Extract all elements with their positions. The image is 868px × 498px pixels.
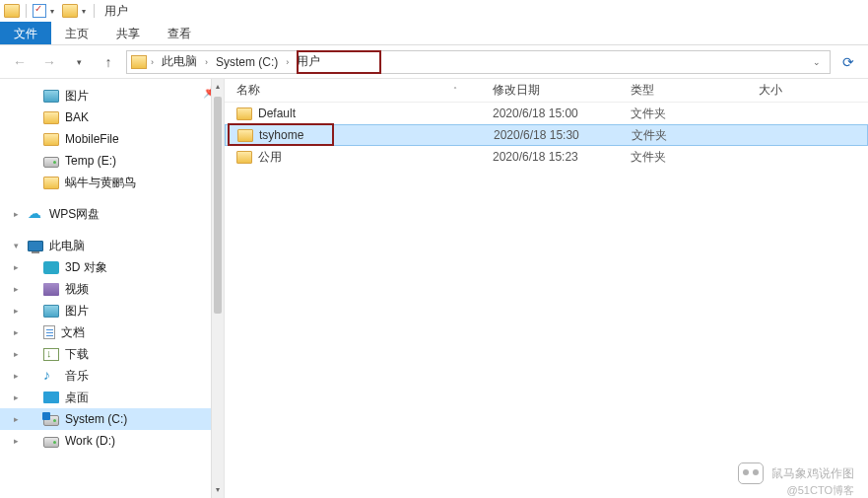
window-title: 用户 — [104, 3, 128, 20]
navigation-pane: 📌 图片 BAK MobileFile Temp (E:) 蜗牛与黄鹂鸟 ▸ ☁… — [0, 79, 225, 498]
sidebar-item-wps[interactable]: ▸ ☁ WPS网盘 — [0, 203, 224, 225]
file-name: Default — [258, 107, 296, 120]
sidebar-item-label: 图片 — [65, 88, 89, 105]
chevron-right-icon[interactable]: › — [203, 57, 210, 67]
address-dropdown-icon[interactable]: ⌄ — [808, 57, 826, 67]
column-label: 名称 — [236, 82, 260, 99]
sidebar-item-label: WPS网盘 — [49, 206, 100, 223]
expand-icon[interactable]: ▸ — [14, 371, 22, 381]
file-type: 文件夹 — [623, 106, 751, 122]
divider — [26, 4, 27, 18]
folder-icon — [4, 4, 20, 18]
folder-icon — [43, 133, 59, 146]
qat-dropdown-icon[interactable]: ▾ — [48, 7, 56, 16]
file-type: 文件夹 — [624, 127, 752, 144]
pictures-icon — [43, 90, 59, 103]
video-icon — [43, 283, 59, 296]
back-button[interactable]: ← — [8, 50, 32, 74]
cloud-icon: ☁ — [28, 206, 43, 222]
expand-icon[interactable]: ▸ — [14, 209, 22, 219]
watermark-text: 鼠马象鸡说作图 — [771, 465, 854, 482]
sort-ascending-icon: ˄ — [453, 86, 457, 95]
column-header-size[interactable]: 大小 — [751, 82, 849, 99]
folder-icon — [237, 129, 253, 142]
tab-view[interactable]: 查看 — [154, 22, 205, 44]
ribbon-tabs: 文件 主页 共享 查看 — [0, 22, 868, 45]
properties-icon[interactable] — [33, 4, 46, 18]
sidebar-item-label: 3D 对象 — [65, 259, 107, 276]
column-header-type[interactable]: 类型 — [623, 82, 751, 99]
drive-icon — [43, 157, 59, 168]
sidebar-item-label: 音乐 — [65, 368, 89, 385]
file-row[interactable]: Default 2020/6/18 15:00 文件夹 — [225, 103, 868, 124]
refresh-button[interactable]: ⟳ — [836, 50, 860, 74]
file-name: 公用 — [258, 149, 282, 166]
breadcrumb-seg-drive[interactable]: System (C:) — [210, 55, 284, 69]
breadcrumb-seg-thispc[interactable]: 此电脑 — [156, 53, 203, 70]
sidebar-item-label: Work (D:) — [65, 434, 115, 448]
expand-icon[interactable]: ▸ — [14, 327, 22, 337]
forward-button[interactable]: → — [37, 50, 61, 74]
sidebar-item-label: 此电脑 — [49, 238, 85, 254]
folder-icon — [62, 4, 78, 18]
expand-icon[interactable]: ▸ — [14, 436, 22, 446]
expand-icon[interactable]: ▸ — [14, 349, 22, 359]
3d-icon — [43, 261, 59, 274]
tab-file[interactable]: 文件 — [0, 22, 51, 44]
expand-icon[interactable]: ▸ — [14, 306, 22, 316]
folder-icon — [236, 107, 252, 120]
sidebar-item-thispc[interactable]: ▾ 此电脑 — [0, 235, 224, 256]
up-button[interactable]: ↑ — [97, 50, 120, 74]
file-list-pane: 名称 ˄ 修改日期 类型 大小 Default 2020/6/18 15:00 … — [225, 79, 868, 498]
file-row[interactable]: 公用 2020/6/18 15:23 文件夹 — [225, 146, 868, 168]
sidebar-item-temp-drive[interactable]: Temp (E:) — [0, 150, 224, 172]
watermark-sub: @51CTO博客 — [787, 483, 854, 498]
sidebar-item-label: System (C:) — [65, 412, 127, 426]
drive-icon — [43, 437, 59, 448]
sidebar-item-music[interactable]: ▸♪音乐 — [0, 365, 224, 387]
sidebar-item-desktop[interactable]: ▸桌面 — [0, 387, 224, 408]
sidebar-item-label: 图片 — [65, 303, 89, 320]
sidebar-item-3d[interactable]: ▸3D 对象 — [0, 256, 224, 278]
sidebar-scrollbar[interactable]: ▴ ▾ — [211, 79, 224, 498]
address-bar[interactable]: › 此电脑 › System (C:) › 用户 ⌄ — [126, 50, 831, 74]
expand-icon[interactable]: ▸ — [14, 392, 22, 402]
download-icon — [43, 348, 59, 361]
column-header-date[interactable]: 修改日期 — [485, 82, 623, 99]
expand-icon[interactable]: ▸ — [14, 262, 22, 272]
sidebar-item-system-c[interactable]: ▸System (C:) — [0, 408, 224, 430]
file-date: 2020/6/18 15:23 — [485, 150, 623, 164]
chevron-right-icon[interactable]: › — [149, 57, 156, 67]
sidebar-item-custom-folder[interactable]: 蜗牛与黄鹂鸟 — [0, 172, 224, 193]
scroll-up-icon[interactable]: ▴ — [212, 79, 224, 95]
scroll-down-icon[interactable]: ▾ — [212, 482, 224, 498]
sidebar-item-bak[interactable]: BAK — [0, 107, 224, 128]
collapse-icon[interactable]: ▾ — [14, 241, 22, 250]
file-row[interactable]: tsyhome 2020/6/18 15:30 文件夹 — [225, 124, 868, 146]
sidebar-item-documents[interactable]: ▸文档 — [0, 321, 224, 343]
chevron-right-icon[interactable]: › — [284, 57, 291, 67]
file-date: 2020/6/18 15:00 — [485, 107, 623, 120]
sidebar-item-pictures[interactable]: 图片 — [0, 85, 224, 107]
qat-dropdown-icon[interactable]: ▾ — [80, 7, 88, 16]
sidebar-item-label: Temp (E:) — [65, 154, 116, 168]
file-date: 2020/6/18 15:30 — [486, 128, 624, 142]
pictures-icon — [43, 305, 59, 318]
file-name: tsyhome — [259, 128, 303, 142]
folder-icon — [43, 111, 59, 124]
scroll-thumb[interactable] — [214, 97, 222, 314]
column-header-name[interactable]: 名称 ˄ — [229, 82, 485, 99]
sidebar-item-videos[interactable]: ▸视频 — [0, 278, 224, 300]
tab-share[interactable]: 共享 — [102, 22, 154, 44]
sidebar-item-pictures-pc[interactable]: ▸图片 — [0, 300, 224, 321]
sidebar-item-work-d[interactable]: ▸Work (D:) — [0, 430, 224, 452]
pc-icon — [28, 241, 43, 251]
expand-icon[interactable]: ▸ — [14, 414, 22, 424]
tab-home[interactable]: 主页 — [51, 22, 102, 44]
sidebar-item-mobilefile[interactable]: MobileFile — [0, 128, 224, 150]
sidebar-item-label: BAK — [65, 110, 89, 124]
recent-dropdown-icon[interactable]: ▾ — [67, 50, 91, 74]
sidebar-item-downloads[interactable]: ▸下载 — [0, 343, 224, 365]
folder-icon — [43, 177, 59, 189]
expand-icon[interactable]: ▸ — [14, 284, 22, 294]
